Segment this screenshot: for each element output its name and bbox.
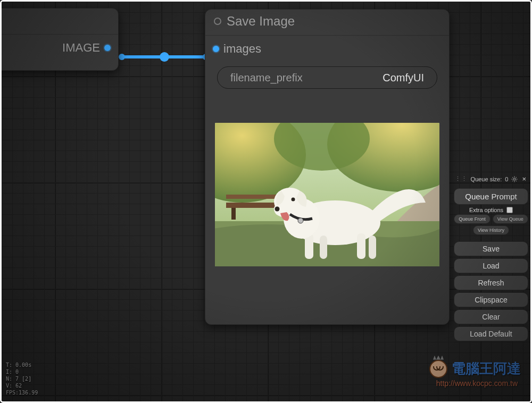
clipspace-button[interactable]: Clipspace [454, 292, 528, 307]
svg-point-22 [513, 178, 516, 180]
watermark-title: 電腦王阿達 [452, 359, 521, 378]
svg-rect-10 [231, 208, 236, 220]
svg-point-21 [298, 218, 303, 223]
extra-options-label: Extra options [469, 207, 503, 213]
queue-size-value: 0 [505, 176, 508, 182]
debug-line: I: 0 [6, 368, 38, 375]
filename-prefix-field[interactable]: filename_prefix ComfyUI [217, 66, 437, 89]
control-panel[interactable]: ⋮⋮ Queue size: 0 × Queue Prompt Extra op… [452, 172, 530, 348]
debug-line: FPS:136.99 [6, 389, 38, 396]
watermark-face-icon [429, 360, 447, 378]
extra-options-row: Extra options [454, 207, 528, 213]
load-default-button[interactable]: Load Default [454, 326, 528, 341]
watermark: 電腦王阿達 [429, 359, 521, 378]
debug-line: T: 0.00s [6, 362, 38, 368]
node-title: ecode [0, 9, 118, 34]
svg-line-30 [516, 177, 517, 178]
debug-line: N: 7 [2] [6, 375, 38, 382]
drag-handle-icon[interactable]: ⋮⋮ [455, 175, 460, 182]
view-history-button[interactable]: View History [473, 225, 509, 235]
svg-line-28 [516, 180, 517, 181]
svg-rect-16 [369, 236, 376, 259]
extra-options-checkbox[interactable] [506, 207, 513, 213]
divider [0, 34, 118, 35]
svg-line-29 [512, 180, 513, 181]
svg-rect-14 [320, 236, 327, 259]
debug-line: V: 62 [6, 382, 38, 389]
input-port-dot[interactable] [213, 46, 219, 52]
load-button[interactable]: Load [454, 258, 528, 273]
watermark-url: http://www.kocpc.com.tw [436, 379, 518, 388]
svg-line-27 [512, 177, 513, 178]
queue-size-label: Queue size: [471, 176, 502, 182]
node-title: Save Image [205, 10, 449, 35]
node-vae-decode[interactable]: ecode IMAGE [0, 8, 119, 71]
node-save-image[interactable]: Save Image images filename_prefix ComfyU… [205, 9, 450, 325]
svg-point-19 [292, 198, 295, 202]
refresh-button[interactable]: Refresh [454, 275, 528, 290]
node-title-text: Save Image [227, 14, 295, 29]
status-dot-icon [214, 18, 221, 25]
panel-header: ⋮⋮ Queue size: 0 × [454, 174, 528, 186]
divider [205, 35, 449, 36]
input-port-row: images [205, 39, 449, 59]
image-preview[interactable] [215, 123, 439, 266]
param-value: ComfyUI [383, 72, 424, 84]
debug-overlay: T: 0.00s I: 0 N: 7 [2] V: 62 FPS:136.99 [6, 362, 38, 396]
param-label: filename_prefix [230, 72, 303, 84]
close-icon[interactable]: × [521, 175, 527, 183]
queue-prompt-button[interactable]: Queue Prompt [454, 188, 528, 205]
clear-button[interactable]: Clear [454, 309, 528, 324]
svg-point-20 [275, 207, 280, 212]
input-label: images [223, 42, 261, 56]
save-button[interactable]: Save [454, 241, 528, 256]
gear-icon[interactable] [511, 176, 518, 182]
view-queue-button[interactable]: View Queue [493, 214, 528, 224]
output-port-row: IMAGE [0, 38, 118, 58]
output-label: IMAGE [62, 41, 100, 55]
queue-front-button[interactable]: Queue Front [454, 214, 491, 224]
svg-rect-15 [357, 233, 365, 259]
output-port-dot[interactable] [104, 45, 111, 51]
